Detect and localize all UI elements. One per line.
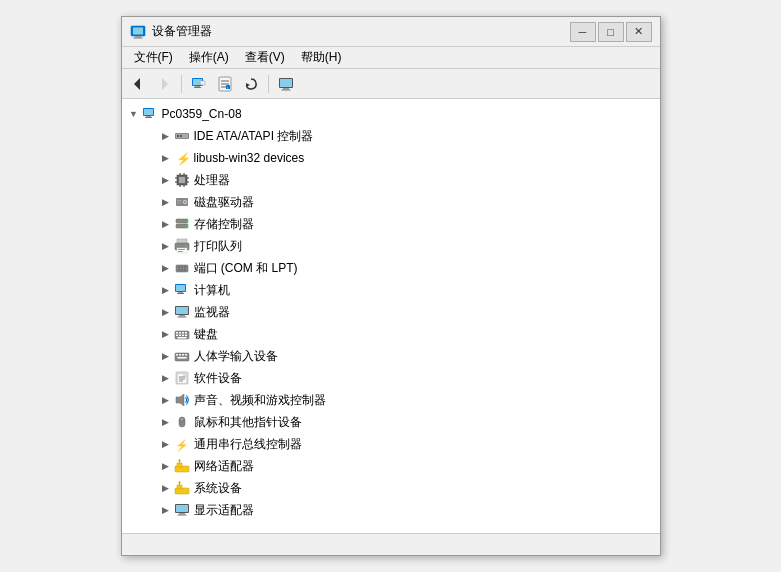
item-arrow: ▶ bbox=[158, 458, 174, 474]
item-label: 计算机 bbox=[194, 282, 230, 299]
item-label: 端口 (COM 和 LPT) bbox=[194, 260, 298, 277]
svg-rect-24 bbox=[144, 109, 153, 115]
svg-point-44 bbox=[184, 201, 186, 203]
svg-rect-20 bbox=[280, 79, 292, 87]
item-arrow: ▶ bbox=[158, 172, 174, 188]
svg-text:⚡: ⚡ bbox=[175, 438, 189, 452]
svg-marker-4 bbox=[134, 78, 140, 90]
item-label: 键盘 bbox=[194, 326, 218, 343]
properties-button[interactable]: i bbox=[213, 73, 237, 95]
computer2-icon bbox=[174, 282, 190, 298]
minimize-button[interactable]: ─ bbox=[570, 22, 596, 42]
list-item[interactable]: ▶ 网络适配器 bbox=[122, 455, 660, 477]
item-label: 网络适配器 bbox=[194, 458, 254, 475]
svg-marker-5 bbox=[162, 78, 168, 90]
item-arrow: ▶ bbox=[158, 150, 174, 166]
item-label: 存储控制器 bbox=[194, 216, 254, 233]
svg-rect-54 bbox=[178, 249, 185, 250]
list-item[interactable]: ▶ 鼠标和其他指针设备 bbox=[122, 411, 660, 433]
storage-icon bbox=[174, 216, 190, 232]
svg-text:⚡: ⚡ bbox=[176, 151, 190, 166]
svg-rect-29 bbox=[177, 135, 179, 137]
toolbar-separator-2 bbox=[268, 75, 269, 93]
list-item[interactable]: ▶ 端口 (COM 和 LPT) bbox=[122, 257, 660, 279]
svg-rect-70 bbox=[179, 315, 185, 317]
svg-rect-65 bbox=[176, 285, 185, 291]
menu-view[interactable]: 查看(V) bbox=[237, 47, 293, 68]
back-button[interactable] bbox=[126, 73, 150, 95]
svg-rect-104 bbox=[177, 485, 182, 489]
window-icon bbox=[130, 24, 146, 40]
list-item[interactable]: ▶ 监视器 bbox=[122, 301, 660, 323]
audio-icon bbox=[174, 392, 190, 408]
item-label: 处理器 bbox=[194, 172, 230, 189]
keyboard-icon bbox=[174, 326, 190, 342]
svg-rect-69 bbox=[176, 307, 188, 314]
toolbar-separator-1 bbox=[181, 75, 182, 93]
list-item[interactable]: ▶ 打印队列 bbox=[122, 235, 660, 257]
item-arrow: ▶ bbox=[158, 216, 174, 232]
back-icon bbox=[130, 76, 146, 92]
print-icon bbox=[174, 238, 190, 254]
monitor2-icon bbox=[174, 304, 190, 320]
title-bar-left: 设备管理器 bbox=[130, 23, 212, 40]
svg-marker-102 bbox=[178, 459, 181, 461]
svg-marker-93 bbox=[176, 394, 184, 406]
list-item[interactable]: ▶ 处理器 bbox=[122, 169, 660, 191]
device-tree[interactable]: ▼ Pc0359_Cn-08 ▶ bbox=[122, 99, 660, 533]
svg-rect-3 bbox=[133, 37, 142, 38]
close-button[interactable]: ✕ bbox=[626, 22, 652, 42]
list-item[interactable]: ▶ 键盘 bbox=[122, 323, 660, 345]
menu-help[interactable]: 帮助(H) bbox=[293, 47, 350, 68]
refresh-button[interactable] bbox=[239, 73, 263, 95]
item-label: 监视器 bbox=[194, 304, 230, 321]
svg-rect-45 bbox=[177, 200, 182, 201]
list-item[interactable]: ▶ 计算机 bbox=[122, 279, 660, 301]
item-arrow: ▶ bbox=[158, 260, 174, 276]
list-item[interactable]: ▶ 磁盘驱动器 bbox=[122, 191, 660, 213]
list-item[interactable]: ▶ ⚡ 通用串行总线控制器 bbox=[122, 433, 660, 455]
system-icon bbox=[174, 480, 190, 496]
monitor-button[interactable] bbox=[274, 73, 298, 95]
svg-rect-55 bbox=[178, 251, 183, 252]
forward-button[interactable] bbox=[152, 73, 176, 95]
svg-rect-67 bbox=[177, 293, 184, 294]
port-icon bbox=[174, 260, 190, 276]
title-bar-buttons: ─ □ ✕ bbox=[570, 22, 652, 42]
menu-file[interactable]: 文件(F) bbox=[126, 47, 181, 68]
list-item[interactable]: ▶ IDE ATA/ATAPI 控制器 bbox=[122, 125, 660, 147]
item-arrow: ▶ bbox=[158, 348, 174, 364]
tree-root[interactable]: ▼ Pc0359_Cn-08 bbox=[122, 103, 660, 125]
maximize-button[interactable]: □ bbox=[598, 22, 624, 42]
status-bar bbox=[122, 533, 660, 555]
svg-rect-26 bbox=[145, 117, 152, 118]
root-arrow: ▼ bbox=[126, 106, 142, 122]
root-computer-icon bbox=[142, 106, 158, 122]
list-item[interactable]: ▶ 声音、视频和游戏控制器 bbox=[122, 389, 660, 411]
svg-point-63 bbox=[184, 269, 186, 271]
svg-point-97 bbox=[181, 418, 183, 421]
svg-rect-71 bbox=[177, 317, 186, 318]
list-item[interactable]: ▶ 显示适配器 bbox=[122, 499, 660, 521]
svg-rect-100 bbox=[177, 463, 182, 467]
list-item[interactable]: ▶ 系统设备 bbox=[122, 477, 660, 499]
list-item[interactable]: ▶ 存储控制器 bbox=[122, 213, 660, 235]
list-item[interactable]: ▶ ⚡ libusb-win32 devices bbox=[122, 147, 660, 169]
network-icon bbox=[174, 458, 190, 474]
item-label: 打印队列 bbox=[194, 238, 242, 255]
title-bar: 设备管理器 ─ □ ✕ bbox=[122, 17, 660, 47]
list-item[interactable]: ▶ 软件设备 bbox=[122, 367, 660, 389]
svg-point-50 bbox=[186, 225, 188, 227]
menu-action[interactable]: 操作(A) bbox=[181, 47, 237, 68]
svg-rect-73 bbox=[176, 332, 178, 334]
item-arrow: ▶ bbox=[158, 128, 174, 144]
svg-rect-2 bbox=[135, 36, 141, 38]
svg-rect-77 bbox=[176, 335, 178, 337]
item-label: 显示适配器 bbox=[194, 502, 254, 519]
computer-button[interactable]: i bbox=[187, 73, 211, 95]
item-arrow: ▶ bbox=[158, 392, 174, 408]
svg-rect-25 bbox=[146, 116, 151, 117]
display-icon bbox=[174, 502, 190, 518]
svg-rect-21 bbox=[283, 88, 289, 90]
list-item[interactable]: ▶ 人体学输入设备 bbox=[122, 345, 660, 367]
